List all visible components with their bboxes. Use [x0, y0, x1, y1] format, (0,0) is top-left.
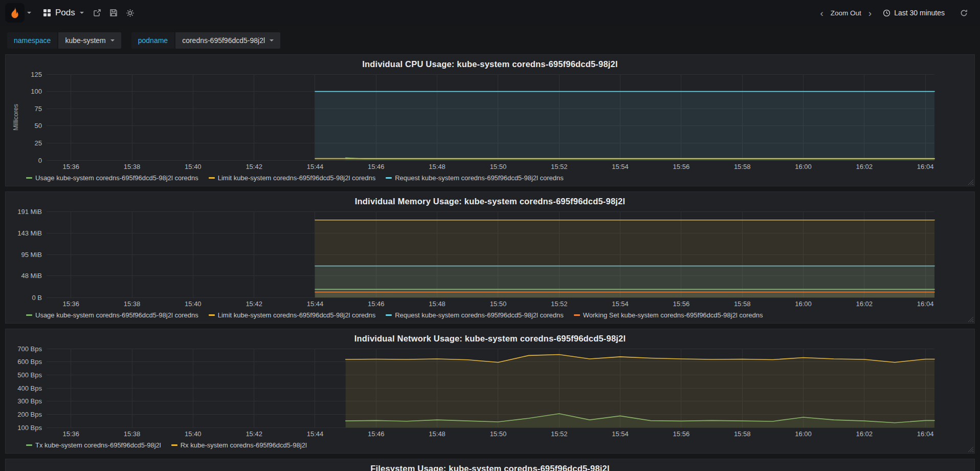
variable-namespace-value[interactable]: kube-system [58, 32, 121, 49]
panel-title[interactable]: Individual Memory Usage: kube-system cor… [11, 194, 969, 207]
dashboard-panels: Individual CPU Usage: kube-system coredn… [0, 54, 980, 471]
svg-text:125: 125 [31, 71, 42, 78]
memory-usage-legend: Usage kube-system coredns-695f96dcd5-98j… [11, 310, 969, 322]
panel-network-usage: Individual Network Usage: kube-system co… [5, 329, 975, 454]
refresh-dashboard-button[interactable] [956, 7, 972, 19]
legend-item[interactable]: Limit kube-system coredns-695f96dcd5-98j… [209, 311, 376, 319]
svg-text:15:40: 15:40 [185, 430, 202, 438]
svg-text:15:54: 15:54 [612, 430, 629, 438]
gear-icon [126, 9, 135, 17]
variable-podname-label[interactable]: podname [131, 32, 174, 49]
time-shift-forward-button[interactable]: › [867, 8, 873, 18]
panel-title[interactable]: Filesystem Usage: kube-system coredns-69… [11, 461, 969, 471]
svg-text:191 MiB: 191 MiB [17, 208, 42, 216]
variable-podname-value[interactable]: coredns-695f96dcd5-98j2l [175, 32, 280, 49]
panel-cpu-usage: Individual CPU Usage: kube-system coredn… [5, 54, 975, 186]
dashboard-dropdown-caret [80, 12, 84, 14]
series-color-swatch [26, 314, 32, 316]
clock-icon [883, 9, 890, 17]
memory-usage-graph[interactable]: 15:3615:3815:4015:4215:4415:4615:4815:50… [11, 207, 969, 310]
series-name: Working Set kube-system coredns-695f96dc… [583, 311, 763, 319]
panel-filesystem-usage: Filesystem Usage: kube-system coredns-69… [5, 459, 975, 471]
svg-text:143 MiB: 143 MiB [17, 229, 42, 237]
svg-text:15:48: 15:48 [429, 430, 446, 438]
legend-item[interactable]: Working Set kube-system coredns-695f96dc… [574, 311, 763, 319]
svg-text:75: 75 [35, 105, 42, 113]
svg-text:400 Bps: 400 Bps [17, 384, 42, 392]
time-range-picker[interactable]: Last 30 minutes [883, 9, 945, 17]
legend-item[interactable]: Limit kube-system coredns-695f96dcd5-98j… [209, 174, 376, 182]
series-color-swatch [26, 177, 32, 179]
svg-text:25: 25 [35, 139, 42, 147]
variable-namespace-selected: kube-system [65, 36, 105, 45]
svg-text:Millicores: Millicores [12, 104, 19, 131]
svg-text:15:38: 15:38 [124, 163, 141, 170]
svg-text:15:42: 15:42 [246, 430, 262, 438]
series-color-swatch [26, 444, 32, 446]
variable-podname-selected: coredns-695f96dcd5-98j2l [182, 36, 265, 45]
save-dashboard-button[interactable] [105, 6, 122, 19]
share-dashboard-button[interactable] [89, 6, 105, 19]
legend-item[interactable]: Request kube-system coredns-695f96dcd5-9… [386, 311, 564, 319]
series-name: Request kube-system coredns-695f96dcd5-9… [395, 174, 564, 182]
panel-title[interactable]: Individual CPU Usage: kube-system coredn… [11, 56, 969, 70]
svg-text:15:38: 15:38 [124, 430, 141, 438]
legend-item[interactable]: Rx kube-system coredns-695f96dcd5-98j2l [171, 441, 307, 449]
svg-text:15:50: 15:50 [490, 163, 507, 170]
zoom-out-button[interactable]: Zoom Out [831, 9, 861, 17]
variable-podname: podname coredns-695f96dcd5-98j2l [131, 32, 280, 49]
series-name: Tx kube-system coredns-695f96dcd5-98j2l [35, 441, 161, 449]
svg-text:15:44: 15:44 [307, 300, 324, 308]
legend-item[interactable]: Request kube-system coredns-695f96dcd5-9… [386, 174, 564, 182]
grafana-logo[interactable] [5, 3, 25, 23]
svg-text:300 Bps: 300 Bps [17, 397, 42, 405]
org-dropdown-caret[interactable] [27, 12, 31, 14]
svg-text:15:50: 15:50 [490, 300, 507, 308]
svg-text:15:48: 15:48 [429, 300, 446, 308]
svg-text:16:04: 16:04 [917, 300, 934, 308]
panel-title[interactable]: Individual Network Usage: kube-system co… [11, 331, 969, 345]
svg-text:15:52: 15:52 [551, 300, 568, 308]
svg-text:16:02: 16:02 [856, 430, 873, 438]
svg-text:15:46: 15:46 [368, 430, 385, 438]
series-name: Limit kube-system coredns-695f96dcd5-98j… [218, 311, 376, 319]
legend-item[interactable]: Usage kube-system coredns-695f96dcd5-98j… [26, 174, 198, 182]
series-name: Usage kube-system coredns-695f96dcd5-98j… [35, 174, 198, 182]
variable-namespace: namespace kube-system [7, 32, 121, 49]
navbar: Pods ‹ Zoom Out › [0, 0, 980, 26]
refresh-icon [960, 9, 968, 17]
cpu-usage-graph[interactable]: 15:3615:3815:4015:4215:4415:4615:4815:50… [11, 70, 969, 173]
dashboard-settings-button[interactable] [122, 6, 139, 20]
share-icon [93, 9, 101, 17]
svg-text:100 Bps: 100 Bps [17, 424, 42, 432]
svg-text:16:00: 16:00 [795, 163, 812, 170]
network-usage-graph[interactable]: 15:3615:3815:4015:4215:4415:4615:4815:50… [11, 345, 969, 440]
dashboard-picker[interactable]: Pods [38, 5, 89, 21]
time-shift-back-button[interactable]: ‹ [819, 8, 824, 18]
svg-text:16:02: 16:02 [856, 300, 873, 308]
svg-text:15:40: 15:40 [185, 163, 202, 170]
svg-text:15:54: 15:54 [612, 163, 629, 170]
series-color-swatch [209, 314, 215, 316]
series-color-swatch [209, 177, 215, 179]
dashboard-title: Pods [55, 8, 75, 18]
series-name: Limit kube-system coredns-695f96dcd5-98j… [218, 174, 376, 182]
svg-text:100: 100 [31, 88, 42, 95]
svg-text:15:48: 15:48 [429, 163, 446, 170]
svg-text:15:56: 15:56 [673, 430, 690, 438]
svg-text:15:50: 15:50 [490, 430, 507, 438]
legend-item[interactable]: Tx kube-system coredns-695f96dcd5-98j2l [26, 441, 161, 449]
chevron-down-icon [110, 39, 115, 41]
svg-text:48 MiB: 48 MiB [21, 272, 42, 280]
svg-text:15:38: 15:38 [124, 300, 141, 308]
legend-item[interactable]: Usage kube-system coredns-695f96dcd5-98j… [26, 311, 198, 319]
network-usage-legend: Tx kube-system coredns-695f96dcd5-98j2lR… [11, 440, 969, 452]
time-range-label: Last 30 minutes [894, 9, 945, 17]
svg-text:16:04: 16:04 [917, 430, 934, 438]
save-icon [109, 9, 118, 17]
variable-namespace-label[interactable]: namespace [7, 32, 57, 49]
svg-text:15:58: 15:58 [734, 300, 751, 308]
series-name: Rx kube-system coredns-695f96dcd5-98j2l [181, 441, 307, 449]
svg-text:200 Bps: 200 Bps [17, 411, 42, 418]
svg-text:15:58: 15:58 [734, 430, 751, 438]
